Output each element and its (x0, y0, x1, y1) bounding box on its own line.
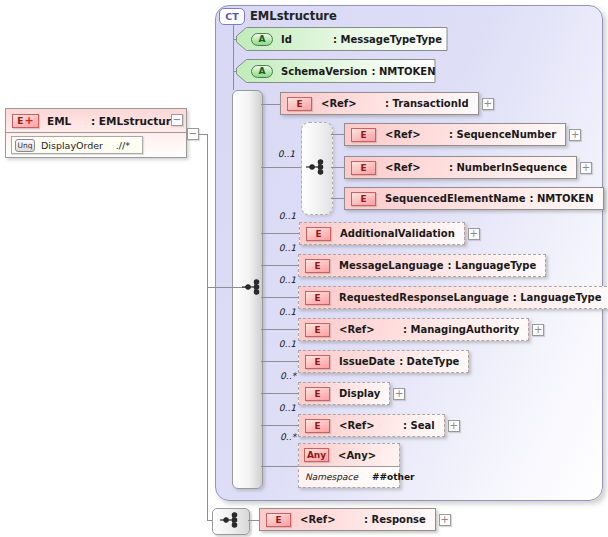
element-numberinsequence[interactable]: E <Ref> : NumberInSequence + (344, 156, 592, 179)
root-element-name: EML (47, 115, 91, 127)
element-icon: E (306, 227, 331, 241)
element-type: : LanguageType (448, 260, 537, 271)
element-type: : DateType (399, 356, 459, 367)
element-type: : TransactionId (385, 98, 469, 109)
attribute-name: SchemaVersion (281, 66, 367, 77)
unique-constraint[interactable]: Unq DisplayOrder .//* (11, 136, 143, 154)
element-icon: E (305, 419, 330, 433)
element-name: <Ref> (321, 98, 381, 109)
attribute-name: Id (281, 34, 333, 45)
root-element-eml[interactable]: E+ EML : EMLstructure − Unq DisplayOrder… (5, 108, 187, 158)
link-collapse-button[interactable]: − (187, 128, 199, 140)
unique-constraint-name: DisplayOrder (41, 140, 103, 151)
element-sequencedelementname[interactable]: E SequencedElementName : NMTOKEN (344, 187, 604, 210)
namespace-label: Namespace (305, 472, 358, 482)
response-sequence-box[interactable] (212, 508, 250, 535)
any-name: <Any> (338, 450, 376, 461)
unique-constraint-xpath: .//* (116, 140, 130, 151)
element-icon: E (305, 387, 330, 401)
expand-button[interactable]: + (448, 420, 460, 432)
element-icon: E (351, 128, 376, 142)
element-type: : LanguageType (513, 292, 602, 303)
element-type: : SequenceNumber (449, 129, 556, 140)
element-type: : Response (364, 514, 426, 525)
element-icon: E (305, 291, 330, 305)
element-icon: E (305, 355, 330, 369)
cardinality-label: 0..1 (255, 149, 295, 159)
expand-button[interactable]: + (393, 388, 405, 400)
element-transactionid[interactable]: E <Ref> : TransactionId + (280, 92, 494, 115)
element-seal[interactable]: E <Ref> : Seal + (298, 414, 460, 437)
attribute-schemaversion[interactable]: A SchemaVersion : NMTOKEN (236, 59, 436, 83)
element-name: RequestedResponseLanguage (339, 292, 509, 303)
element-name: <Ref> (339, 420, 399, 431)
element-any[interactable]: Any <Any> Namespace ##other (298, 443, 400, 488)
element-icon: E (351, 161, 376, 175)
element-name: SequencedElementName (385, 193, 526, 204)
element-icon: E (305, 323, 330, 337)
element-icon: E (305, 259, 330, 273)
collapse-button[interactable]: − (171, 114, 183, 126)
expand-button[interactable]: + (439, 514, 451, 526)
expand-button[interactable]: + (482, 98, 494, 110)
namespace-value: ##other (372, 472, 415, 482)
element-display[interactable]: E Display + (298, 382, 405, 405)
schema-diagram: CT EMLstructure A Id : MessageTypeType A… (0, 0, 608, 537)
attribute-icon: A (251, 65, 273, 78)
root-element-type: : EMLstructure (91, 115, 178, 127)
element-icon: E (287, 97, 312, 111)
element-response[interactable]: E <Ref> : Response + (259, 508, 451, 531)
element-type: : Seal (403, 420, 435, 431)
element-name: <Ref> (300, 514, 360, 525)
element-sequencenumber[interactable]: E <Ref> : SequenceNumber + (344, 123, 581, 146)
cardinality-label: 0..1 (256, 307, 296, 317)
cardinality-label: 0..1 (256, 275, 296, 285)
element-messagelanguage[interactable]: E MessageLanguage : LanguageType (298, 254, 546, 277)
element-managingauthority[interactable]: E <Ref> : ManagingAuthority + (298, 318, 544, 341)
cardinality-label: 0..* (256, 371, 296, 381)
element-name: AdditionalValidation (340, 228, 455, 239)
element-type: : NMTOKEN (530, 193, 594, 204)
element-name: <Ref> (339, 324, 399, 335)
expand-button[interactable]: + (580, 162, 592, 174)
attribute-id[interactable]: A Id : MessageTypeType (236, 27, 448, 51)
element-icon: E (351, 192, 376, 206)
element-name: <Ref> (385, 129, 445, 140)
attribute-type: : NMTOKEN (371, 66, 435, 77)
element-name: IssueDate (339, 356, 395, 367)
any-icon: Any (304, 448, 329, 462)
element-icon: E (266, 513, 291, 527)
element-name: Display (339, 388, 380, 399)
element-name: <Ref> (385, 162, 445, 173)
element-requestedresponselanguage[interactable]: E RequestedResponseLanguage : LanguageTy… (298, 286, 608, 309)
unique-constraint-icon: Unq (15, 139, 35, 152)
element-with-attributes-icon: E+ (12, 114, 39, 128)
expand-button[interactable]: + (569, 129, 581, 141)
optional-sequence-group[interactable] (301, 122, 333, 215)
cardinality-label: 0..1 (256, 211, 296, 221)
expand-button[interactable]: + (532, 324, 544, 336)
complex-type-title: EMLstructure (250, 9, 337, 23)
element-type: : ManagingAuthority (403, 324, 519, 335)
cardinality-label: 0..1 (256, 339, 296, 349)
element-issuedate[interactable]: E IssueDate : DateType (298, 350, 469, 373)
element-name: MessageLanguage (339, 260, 444, 271)
attribute-type: : MessageTypeType (333, 34, 442, 45)
element-type: : NumberInSequence (449, 162, 567, 173)
element-additionalvalidation[interactable]: E AdditionalValidation + (299, 222, 480, 245)
cardinality-label: 0..1 (256, 403, 296, 413)
cardinality-label: 0..* (256, 432, 296, 442)
complex-type-icon: CT (219, 8, 245, 25)
expand-button[interactable]: + (468, 228, 480, 240)
attribute-icon: A (251, 33, 273, 46)
cardinality-label: 0..1 (256, 243, 296, 253)
